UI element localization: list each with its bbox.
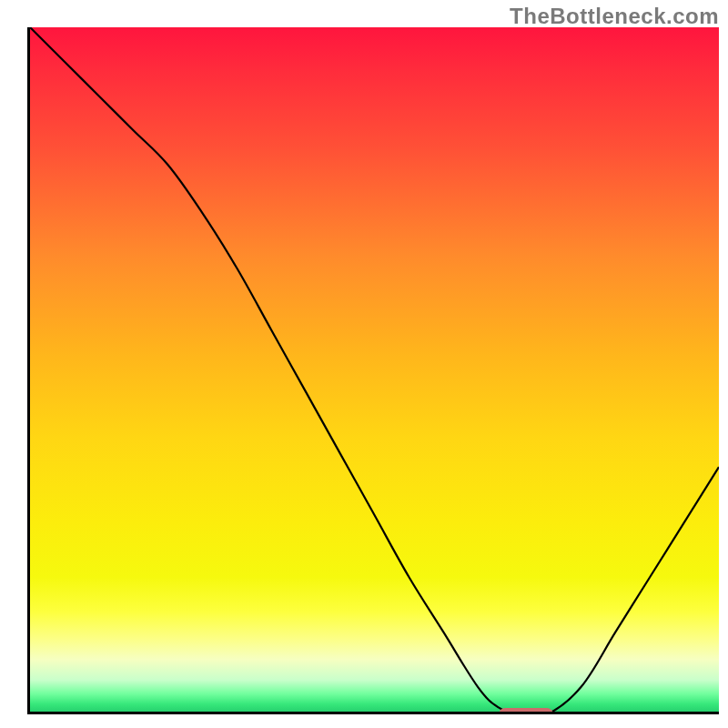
axes [27,27,719,714]
chart-container: TheBottleneck.com [0,0,728,728]
watermark-label: TheBottleneck.com [510,4,719,29]
